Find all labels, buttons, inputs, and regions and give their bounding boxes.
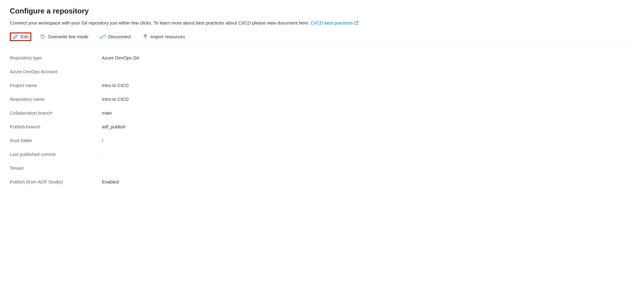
disconnect-button[interactable]: Disconnect bbox=[97, 32, 134, 41]
detail-label-project-name: Project name bbox=[10, 83, 102, 88]
detail-label-publish-from-adf-studio: Publish (from ADF Studio) bbox=[10, 179, 102, 184]
toolbar: Edit Overwrite live mode Disconnect Impo… bbox=[10, 32, 634, 45]
detail-label-azure-devops-account: Azure DevOps Account bbox=[10, 69, 102, 74]
detail-row: Root folder / bbox=[10, 134, 634, 147]
pencil-icon bbox=[13, 34, 18, 40]
external-link-icon bbox=[354, 20, 359, 25]
detail-label-root-folder: Root folder bbox=[10, 138, 102, 143]
import-icon bbox=[143, 34, 148, 40]
detail-row: Publish (from ADF Studio) Enabled bbox=[10, 175, 634, 189]
detail-label-last-published-commit: Last published commit bbox=[10, 152, 102, 157]
page-title: Configure a repository bbox=[10, 7, 634, 15]
detail-label-tenant: Tenant bbox=[10, 165, 102, 171]
detail-label-collaboration-branch: Collaboration branch bbox=[10, 110, 102, 115]
overwrite-live-mode-button[interactable]: Overwrite live mode bbox=[37, 32, 92, 41]
cicd-best-practices-link[interactable]: CI/CD best practices bbox=[311, 20, 359, 25]
detail-value-repository-type: Azure DevOps Git bbox=[102, 55, 139, 60]
repository-details: Repository type Azure DevOps Git Azure D… bbox=[10, 51, 634, 189]
link-label: CI/CD best practices bbox=[311, 20, 353, 25]
detail-row: Azure DevOps Account bbox=[10, 65, 634, 78]
overwrite-label: Overwrite live mode bbox=[48, 34, 89, 39]
import-label: Import resources bbox=[151, 34, 185, 39]
detail-row: Tenant bbox=[10, 161, 634, 175]
refresh-icon bbox=[40, 34, 45, 40]
page-description: Connect your workspace with your Git rep… bbox=[10, 20, 634, 27]
disconnect-icon bbox=[100, 34, 105, 40]
detail-value-repository-name: Intro to CICD bbox=[102, 97, 129, 102]
detail-value-last-published-commit: . bbox=[102, 152, 103, 157]
detail-value-project-name: Intro to CICD bbox=[102, 83, 129, 88]
disconnect-label: Disconnect bbox=[108, 34, 131, 39]
detail-row: Project name Intro to CICD bbox=[10, 78, 634, 92]
detail-label-publish-branch: Publish branch bbox=[10, 124, 102, 129]
detail-value-root-folder: / bbox=[102, 138, 103, 143]
detail-row: Collaboration branch main bbox=[10, 106, 634, 120]
detail-value-publish-branch: adf_publish bbox=[102, 124, 125, 129]
import-resources-button[interactable]: Import resources bbox=[140, 32, 188, 41]
edit-label: Edit bbox=[21, 34, 29, 39]
detail-label-repository-name: Repository name bbox=[10, 97, 102, 102]
description-text: Connect your workspace with your Git rep… bbox=[10, 20, 309, 25]
detail-row: Publish branch adf_publish bbox=[10, 120, 634, 134]
edit-button[interactable]: Edit bbox=[10, 32, 31, 41]
detail-row: Repository name Intro to CICD bbox=[10, 92, 634, 106]
detail-label-repository-type: Repository type bbox=[10, 55, 102, 60]
detail-row: Last published commit . bbox=[10, 147, 634, 161]
detail-value-collaboration-branch: main bbox=[102, 110, 112, 115]
detail-row: Repository type Azure DevOps Git bbox=[10, 51, 634, 65]
detail-value-publish-from-adf-studio: Enabled bbox=[102, 179, 119, 184]
